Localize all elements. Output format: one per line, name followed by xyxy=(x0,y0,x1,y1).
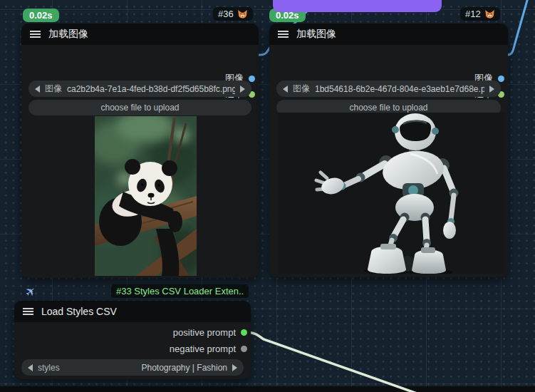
next-value-icon[interactable] xyxy=(240,86,245,93)
menu-icon[interactable] xyxy=(278,31,289,38)
node-load-styles-csv-header[interactable]: Load Styles CSV xyxy=(14,301,251,322)
menu-icon[interactable] xyxy=(23,308,33,315)
output-label: positive prompt xyxy=(173,327,236,338)
node-load-image-2[interactable]: 加载图像 图像 遮罩 图像 1bd54618-6b2e-467d-804e-e3… xyxy=(269,24,508,277)
node-id-text: #36 xyxy=(218,9,234,19)
next-value-icon[interactable] xyxy=(232,364,237,371)
image-preview-panda xyxy=(95,116,197,276)
widget-value: Photography | Fashion xyxy=(65,363,227,373)
node-title: 加载图像 xyxy=(296,28,336,41)
output-dot-image[interactable] xyxy=(249,76,255,82)
node-load-image-1-header[interactable]: 加载图像 xyxy=(21,24,259,45)
node-load-styles-csv[interactable]: Load Styles CSV positive prompt negative… xyxy=(14,301,251,379)
node-load-image-2-header[interactable]: 加载图像 xyxy=(269,24,508,45)
offscreen-node-top-edge[interactable] xyxy=(0,386,535,392)
prev-value-icon[interactable] xyxy=(283,86,288,93)
menu-icon[interactable] xyxy=(30,31,41,38)
upload-file-button[interactable]: choose file to upload xyxy=(28,100,251,115)
styles-select-widget[interactable]: styles Photography | Fashion xyxy=(21,359,244,376)
widget-value: 1bd54618-6b2e-467d-804e-e3aeb1e7d68e.png xyxy=(315,84,484,94)
prev-value-icon[interactable] xyxy=(35,86,40,93)
execution-time-badge: 0.02s xyxy=(23,9,59,22)
airplane-pin-icon: ✈ xyxy=(22,283,40,301)
purple-collapsed-node[interactable] xyxy=(273,0,442,12)
widget-label: 图像 xyxy=(293,83,310,95)
node-title: Load Styles CSV xyxy=(41,306,117,317)
upload-button-label: choose file to upload xyxy=(100,103,179,113)
node-graph-canvas[interactable]: 0.02s #36 加载图像 图像 遮罩 图像 ca2b2b4a-7e1a-4f… xyxy=(0,0,535,392)
image-filename-widget[interactable]: 图像 ca2b2b4a-7e1a-4fed-b38d-df2f5d65b8fc.… xyxy=(28,81,251,97)
widget-label: 图像 xyxy=(45,83,62,95)
node-id-text: #12 xyxy=(465,9,481,19)
fox-icon xyxy=(484,9,495,19)
node-load-image-1[interactable]: 加载图像 图像 遮罩 图像 ca2b2b4a-7e1a-4fed-b38d-df… xyxy=(21,24,259,278)
widget-value: ca2b2b4a-7e1a-4fed-b38d-df2f5d65b8fc.png xyxy=(67,84,235,94)
node-title: 加载图像 xyxy=(48,28,88,41)
output-dot-image[interactable] xyxy=(498,76,504,82)
node-id-badge: #12 xyxy=(460,7,500,21)
fox-icon xyxy=(237,9,248,19)
output-dot-negative[interactable] xyxy=(241,346,247,352)
image-preview-robot xyxy=(278,113,506,274)
prev-value-icon[interactable] xyxy=(28,364,33,371)
output-slot-positive-prompt[interactable]: positive prompt xyxy=(173,326,247,339)
next-value-icon[interactable] xyxy=(489,86,494,93)
output-label: negative prompt xyxy=(170,344,236,354)
node-floating-title: #33 Styles CSV Loader Exten.. xyxy=(111,284,249,298)
node-id-badge: #36 xyxy=(213,7,253,21)
output-dot-positive[interactable] xyxy=(241,329,247,336)
upload-button-label: choose file to upload xyxy=(349,103,427,113)
image-filename-widget[interactable]: 图像 1bd54618-6b2e-467d-804e-e3aeb1e7d68e.… xyxy=(276,81,501,97)
link-positive-prompt-out xyxy=(244,332,421,392)
output-slot-negative-prompt[interactable]: negative prompt xyxy=(170,342,247,355)
widget-label: styles xyxy=(38,363,60,373)
